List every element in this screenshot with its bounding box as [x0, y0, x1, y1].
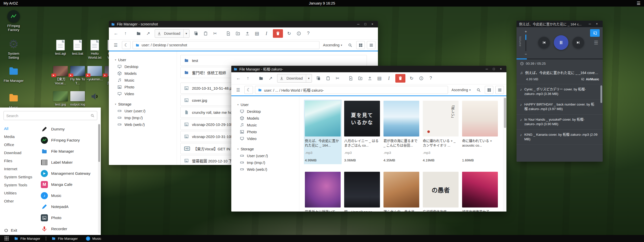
- desktop-icon-music[interactable]: Music: [3, 92, 25, 110]
- sidebar-item-music[interactable]: Music: [237, 122, 299, 128]
- scrollbar-thumb[interactable]: [504, 98, 506, 128]
- desktop-file[interactable]: ~yukimin...: [86, 66, 103, 81]
- download-caret[interactable]: ▾: [183, 29, 189, 38]
- close-button[interactable]: ×: [498, 66, 504, 72]
- new-folder-button[interactable]: [233, 29, 242, 38]
- player-menu-button[interactable]: ☰: [594, 40, 598, 46]
- desktop-file[interactable]: 【東方Vocal...: [52, 66, 69, 85]
- open-external-button[interactable]: ↗: [266, 74, 275, 83]
- category-all[interactable]: All: [4, 125, 38, 133]
- category-download[interactable]: Download: [4, 149, 38, 157]
- title-bar[interactable]: 例えば、今此処に置かれた花に _ 164 c... ─ ×: [517, 21, 603, 27]
- archive-button[interactable]: ▤: [375, 74, 384, 83]
- back-button[interactable]: ←: [234, 74, 243, 83]
- playlist-item[interactable]: ♪ Cynic _ ポリスピカデリー cover. by 柘榴-zakuro-.…: [517, 84, 603, 99]
- minimize-button[interactable]: ─: [484, 66, 490, 72]
- menu-button[interactable]: ☰: [111, 41, 120, 49]
- sidebar-section-storage[interactable]: ▾Storage: [237, 146, 299, 152]
- new-file-button[interactable]: [346, 74, 355, 83]
- sidebar-item-desktop[interactable]: Desktop: [115, 63, 177, 70]
- close-button[interactable]: ×: [594, 21, 600, 27]
- help-button[interactable]: ?: [426, 74, 435, 83]
- music-tile[interactable]: 「寂しい」 命に嫌われている + _ カンザキイオリ ... .mp3 4.19…: [422, 100, 460, 164]
- app-item-label-maker[interactable]: Label Maker: [41, 157, 97, 168]
- music-tile-selected[interactable]: 例えば、今此処に置かれた花に _ 164... .mp3 4.99MB: [304, 100, 342, 164]
- app-grid-icon[interactable]: [5, 236, 6, 237]
- help-button[interactable]: ?: [304, 29, 313, 38]
- close-button[interactable]: ×: [369, 21, 376, 27]
- category-media[interactable]: Media: [4, 133, 38, 141]
- pause-button[interactable]: [554, 35, 568, 50]
- app-item-music[interactable]: ♪ Music: [41, 190, 97, 201]
- grid-view-button[interactable]: [356, 41, 365, 49]
- cut-button[interactable]: ✂: [333, 74, 342, 83]
- desktop-file[interactable]: [86, 91, 103, 102]
- new-folder-button[interactable]: [356, 74, 365, 83]
- desktop-icon-system-setting[interactable]: ⚙ System Setting: [3, 38, 25, 60]
- breadcrumb[interactable]: user: / ... / Hello World / 柘榴-zakuro-: [255, 86, 448, 94]
- rename-button[interactable]: I: [384, 74, 394, 83]
- breadcrumb[interactable]: user: / Desktop / screenshot: [133, 41, 319, 49]
- desktop-icon-ffmpeg-factory[interactable]: FFmpeg Factory: [3, 10, 25, 32]
- category-internet[interactable]: Internet: [4, 165, 38, 173]
- music-tile[interactable]: 命に嫌われている + acoustic co... 1.69MB: [461, 100, 499, 164]
- category-utilities[interactable]: Utilities: [4, 189, 38, 197]
- paste-button[interactable]: [324, 74, 333, 83]
- search-input[interactable]: [6, 114, 90, 118]
- scrollbar-thumb[interactable]: [98, 124, 100, 162]
- download-button[interactable]: Download ▾: [155, 29, 189, 38]
- search-button[interactable]: [346, 41, 354, 49]
- music-tile[interactable]: 廻 _ HameP cover...: [343, 171, 381, 212]
- sidebar-item-tmp-drive[interactable]: tmp (tmp:/): [237, 159, 299, 166]
- category-system-settings[interactable]: System Settings: [4, 173, 38, 181]
- list-view-button[interactable]: [367, 41, 375, 49]
- sidebar-item-video[interactable]: Video: [237, 135, 299, 142]
- open-external-button[interactable]: ↗: [144, 29, 153, 38]
- upload-button[interactable]: [365, 74, 374, 83]
- delete-button[interactable]: [273, 29, 283, 38]
- sidebar-item-desktop[interactable]: Desktop: [237, 108, 299, 115]
- music-tile[interactable]: 夏を見て いるかな 八月のレイニー _ はるまきごはん co... .mp3 3…: [343, 100, 381, 164]
- playlist-item[interactable]: ♪ KING _ Kanaria cover. by 柘榴-zakuro-.mp…: [517, 130, 603, 145]
- sidebar-item-tmp-drive[interactable]: tmp (tmp:/): [115, 114, 177, 121]
- sidebar-item-user-drive[interactable]: User (user:/): [237, 152, 299, 159]
- music-tile[interactable]: の愚者 忘却感傷依存症...: [422, 171, 460, 212]
- title-bar[interactable]: File Manager - screenshot ─ □ ×: [109, 21, 378, 27]
- category-system-tools[interactable]: System Tools: [4, 181, 38, 189]
- previous-track-button[interactable]: [538, 37, 550, 48]
- theme-toggle-button[interactable]: ☾: [122, 41, 131, 49]
- sort-select[interactable]: Ascending ▾: [321, 43, 344, 47]
- sidebar-item-music[interactable]: Music: [115, 77, 177, 84]
- download-caret[interactable]: ▾: [306, 74, 312, 82]
- menu-button[interactable]: ☰: [234, 86, 242, 94]
- music-tile[interactable]: 四季折々に揺蕩いて...: [304, 171, 342, 212]
- playlist-item[interactable]: ♪ In Your Hands _ yusukeP cover. by 柘榴-z…: [517, 115, 603, 130]
- copy-button[interactable]: [314, 74, 323, 83]
- theme-toggle-button[interactable]: ☾: [244, 86, 253, 94]
- sidebar-item-web-drive[interactable]: Web (web:/): [115, 121, 177, 128]
- grid-view-button[interactable]: [485, 86, 493, 94]
- taskbar-item-file-manager-2[interactable]: File Manager: [48, 235, 82, 242]
- music-tile[interactable]: 被害妄想携帯女子 Ayase...: [461, 171, 499, 212]
- exit-button[interactable]: Exit: [4, 228, 17, 232]
- desktop-file[interactable]: output.log: [69, 91, 86, 107]
- list-view-button[interactable]: [495, 86, 504, 94]
- cut-button[interactable]: ✂: [211, 29, 220, 38]
- rename-button[interactable]: I: [262, 29, 271, 38]
- sidebar-section-user[interactable]: ▾User: [237, 101, 299, 108]
- app-item-manga-cafe[interactable]: M Manga Cafe: [41, 179, 97, 190]
- download-button[interactable]: Download ▾: [277, 74, 312, 83]
- sidebar-item-models[interactable]: Models: [115, 70, 177, 77]
- properties-button[interactable]: [294, 29, 303, 38]
- file-row[interactable]: test: [180, 55, 367, 66]
- refresh-button[interactable]: ↻: [285, 29, 294, 38]
- maximize-button[interactable]: □: [491, 66, 497, 72]
- taskbar-item-file-manager-1[interactable]: File Manager: [10, 235, 44, 242]
- minimize-button[interactable]: ─: [355, 21, 362, 27]
- scrollbar[interactable]: [98, 124, 100, 233]
- category-files[interactable]: Files: [4, 157, 38, 165]
- sidebar-item-photo[interactable]: Photo: [237, 128, 299, 135]
- properties-button[interactable]: [417, 74, 426, 83]
- archive-button[interactable]: ▤: [252, 29, 262, 38]
- volume-slider[interactable]: [525, 34, 526, 51]
